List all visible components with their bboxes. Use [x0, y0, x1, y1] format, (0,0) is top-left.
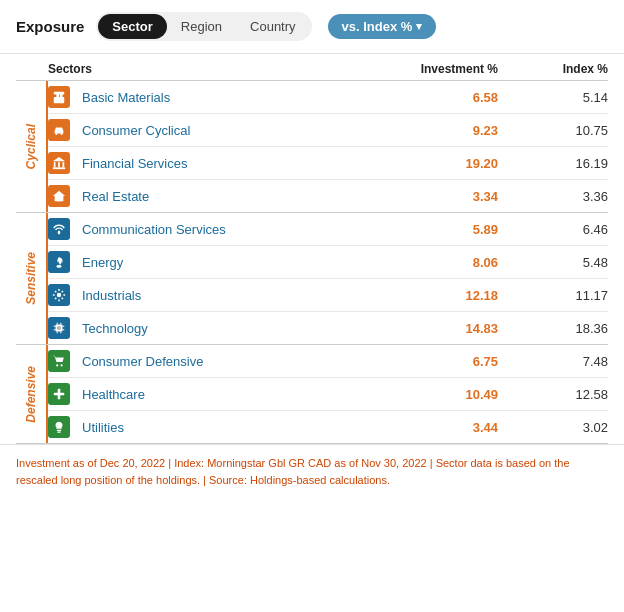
svg-point-17 — [57, 293, 61, 297]
col-sectors-header: Sectors — [48, 62, 388, 76]
row-investment-value: 6.58 — [388, 90, 508, 105]
row-investment-value: 19.20 — [388, 156, 508, 171]
row-index-value: 5.14 — [508, 90, 608, 105]
table-row: Financial Services19.2016.19 — [48, 147, 608, 180]
row-investment-value: 12.18 — [388, 288, 508, 303]
svg-rect-9 — [58, 162, 60, 167]
header-spacer — [16, 62, 48, 76]
svg-rect-0 — [54, 97, 65, 103]
svg-point-16 — [56, 265, 61, 268]
cart-icon — [48, 350, 70, 372]
row-index-value: 16.19 — [508, 156, 608, 171]
row-investment-value: 14.83 — [388, 321, 508, 336]
tab-region[interactable]: Region — [167, 14, 236, 39]
tab-sector[interactable]: Sector — [98, 14, 166, 39]
flame-icon — [48, 251, 70, 273]
section-sensitive: SensitiveCommunication Services5.896.46E… — [16, 213, 608, 345]
vsindex-label: vs. Index % — [342, 19, 413, 34]
row-investment-value: 10.49 — [388, 387, 508, 402]
car-icon — [48, 119, 70, 141]
svg-point-5 — [61, 133, 63, 135]
row-index-value: 3.36 — [508, 189, 608, 204]
row-investment-value: 6.75 — [388, 354, 508, 369]
section-side-defensive: Defensive — [16, 345, 48, 443]
row-investment-value: 8.06 — [388, 255, 508, 270]
cross-icon — [48, 383, 70, 405]
section-cyclical: CyclicalBasic Materials6.585.14Consumer … — [16, 81, 608, 213]
vsindex-dropdown[interactable]: vs. Index % ▾ — [328, 14, 437, 39]
svg-rect-31 — [54, 393, 65, 396]
svg-rect-10 — [63, 162, 65, 167]
section-label-sensitive: Sensitive — [22, 248, 40, 309]
row-investment-value: 3.34 — [388, 189, 508, 204]
factory-icon — [48, 86, 70, 108]
section-label-defensive: Defensive — [22, 362, 40, 427]
table-container: Sectors Investment % Index % CyclicalBas… — [0, 54, 624, 444]
svg-rect-13 — [57, 198, 61, 202]
row-index-value: 12.58 — [508, 387, 608, 402]
table-row: Technology14.8318.36 — [48, 312, 608, 344]
row-sector-name: Industrials — [76, 288, 388, 303]
row-sector-name: Communication Services — [76, 222, 388, 237]
section-label-cyclical: Cyclical — [22, 120, 40, 173]
row-sector-name: Financial Services — [76, 156, 388, 171]
chip-icon — [48, 317, 70, 339]
table-row: Consumer Cyclical9.2310.75 — [48, 114, 608, 147]
svg-point-4 — [55, 133, 57, 135]
svg-point-28 — [56, 364, 58, 366]
row-sector-name: Technology — [76, 321, 388, 336]
row-index-value: 7.48 — [508, 354, 608, 369]
table-row: Real Estate3.343.36 — [48, 180, 608, 212]
col-index-header: Index % — [508, 62, 608, 76]
svg-rect-33 — [57, 431, 61, 432]
row-sector-name: Real Estate — [76, 189, 388, 204]
svg-rect-7 — [53, 167, 65, 169]
section-defensive: DefensiveConsumer Defensive6.757.48Healt… — [16, 345, 608, 444]
row-sector-name: Energy — [76, 255, 388, 270]
bank-icon — [48, 152, 70, 174]
svg-rect-19 — [57, 326, 61, 330]
bulb-icon — [48, 416, 70, 438]
row-index-value: 11.17 — [508, 288, 608, 303]
sections-container: CyclicalBasic Materials6.585.14Consumer … — [16, 81, 608, 444]
table-row: Consumer Defensive6.757.48 — [48, 345, 608, 378]
tab-country[interactable]: Country — [236, 14, 310, 39]
signal-icon — [48, 218, 70, 240]
col-investment-header: Investment % — [388, 62, 508, 76]
svg-rect-8 — [54, 162, 56, 167]
row-sector-name: Basic Materials — [76, 90, 388, 105]
page-title: Exposure — [16, 18, 84, 35]
svg-rect-6 — [56, 128, 61, 131]
chevron-down-icon: ▾ — [416, 20, 422, 33]
row-sector-name: Consumer Defensive — [76, 354, 388, 369]
row-index-value: 18.36 — [508, 321, 608, 336]
house-icon — [48, 185, 70, 207]
row-investment-value: 5.89 — [388, 222, 508, 237]
svg-rect-3 — [54, 92, 65, 95]
table-row: Communication Services5.896.46 — [48, 213, 608, 246]
tab-group: Sector Region Country — [96, 12, 311, 41]
row-index-value: 5.48 — [508, 255, 608, 270]
svg-point-15 — [58, 231, 61, 234]
row-sector-name: Utilities — [76, 420, 388, 435]
table-row: Industrials12.1811.17 — [48, 279, 608, 312]
svg-marker-11 — [53, 157, 65, 161]
section-side-cyclical: Cyclical — [16, 81, 48, 212]
gear-icon — [48, 284, 70, 306]
table-row: Basic Materials6.585.14 — [48, 81, 608, 114]
table-row: Healthcare10.4912.58 — [48, 378, 608, 411]
row-sector-name: Healthcare — [76, 387, 388, 402]
footnote: Investment as of Dec 20, 2022 | Index: M… — [0, 444, 624, 498]
row-index-value: 6.46 — [508, 222, 608, 237]
table-row: Energy8.065.48 — [48, 246, 608, 279]
row-sector-name: Consumer Cyclical — [76, 123, 388, 138]
table-header: Sectors Investment % Index % — [16, 54, 608, 81]
exposure-header: Exposure Sector Region Country vs. Index… — [0, 0, 624, 54]
section-side-sensitive: Sensitive — [16, 213, 48, 344]
svg-point-29 — [61, 364, 63, 366]
row-index-value: 3.02 — [508, 420, 608, 435]
table-row: Utilities3.443.02 — [48, 411, 608, 443]
row-index-value: 10.75 — [508, 123, 608, 138]
row-investment-value: 9.23 — [388, 123, 508, 138]
svg-rect-32 — [57, 430, 61, 431]
